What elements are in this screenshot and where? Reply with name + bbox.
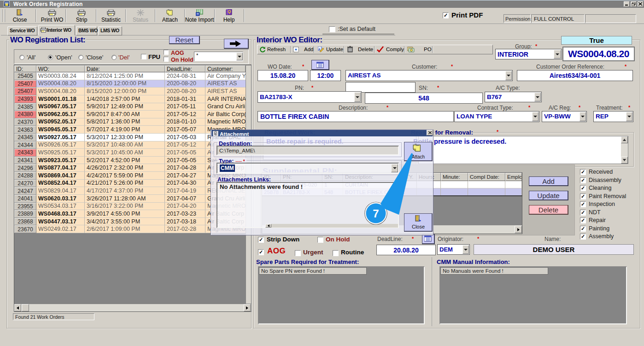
svg-text:7: 7 (373, 207, 379, 220)
